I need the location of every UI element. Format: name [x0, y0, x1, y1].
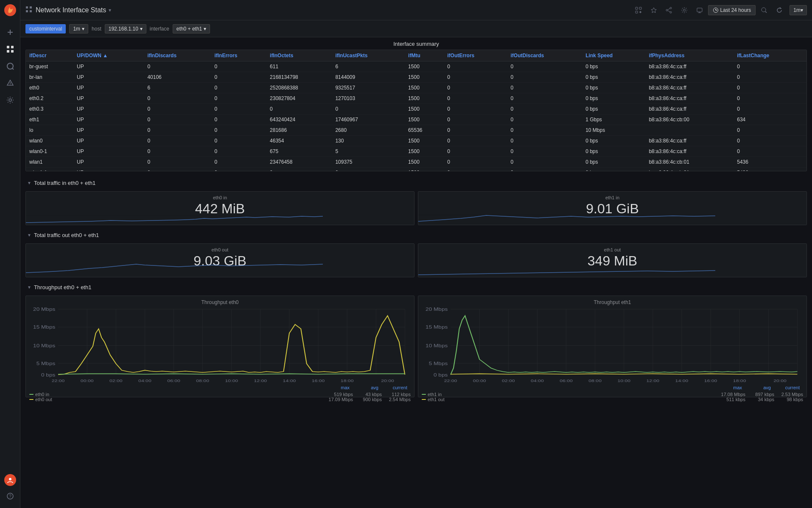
star-button[interactable]: [647, 4, 661, 16]
sidebar-item-configuration[interactable]: [3, 93, 17, 107]
table-cell: 1500: [405, 83, 444, 93]
table-cell: 0: [211, 61, 266, 72]
app-logo[interactable]: [3, 3, 17, 17]
table-cell: 0: [144, 93, 211, 104]
eth1-out-legend-row: eth1 out 511 kbps 34 kbps 98 kbps: [422, 397, 803, 402]
table-cell: 0 bps: [582, 104, 645, 114]
page-title: Network Interface Stats: [36, 6, 106, 14]
eth1-chart-panel: Throughput eth1: [418, 296, 807, 397]
table-cell: 0 bps: [582, 93, 645, 104]
svg-marker-24: [651, 8, 656, 13]
title-dropdown-icon[interactable]: ▾: [109, 7, 111, 13]
table-cell: b8:a3:86:4c:cb:01: [645, 157, 734, 167]
table-row: wlan0-1UP0067551500000 bpsb8:a3:86:4c:ca…: [26, 146, 806, 157]
table-cell: 0: [266, 167, 332, 171]
traffic-out-section[interactable]: ▼ Total traffic out eth0 + eth1: [25, 229, 807, 242]
user-avatar[interactable]: [4, 474, 16, 486]
svg-text:0 bps: 0 bps: [41, 372, 55, 377]
sidebar-item-add[interactable]: [3, 25, 17, 39]
eth0-in-title: eth0 in: [29, 195, 411, 200]
table-row: wlan1UP00234764581093751500000 bpsb8:a3:…: [26, 157, 806, 167]
table-cell: 0: [444, 136, 507, 146]
table-cell: wlan0-1: [26, 146, 73, 157]
custom-interval-tag[interactable]: custominterval: [25, 24, 66, 33]
eth1-avg-header: avg: [745, 385, 771, 390]
col-ifoutdiscards[interactable]: ifOutDiscards: [507, 50, 582, 61]
col-updown[interactable]: UP/DOWN ▲: [73, 50, 144, 61]
table-cell: 5: [332, 146, 405, 157]
table-cell: 0 bps: [582, 61, 645, 72]
throughput-section[interactable]: ▼ Throughput eth0 + eth1: [25, 281, 807, 294]
svg-point-27: [666, 9, 668, 11]
table-cell: 0 bps: [582, 136, 645, 146]
table-cell: 0: [444, 83, 507, 93]
col-ifouterrors[interactable]: ifOutErrors: [444, 50, 507, 61]
interface-select[interactable]: eth0 + eth1 ▾: [173, 24, 210, 33]
share-button[interactable]: [662, 4, 676, 16]
eth0-out-title: eth0 out: [29, 247, 411, 252]
sidebar-item-alerting[interactable]: [3, 76, 17, 90]
eth1-in-avg: 897 kbps: [749, 392, 774, 397]
sidebar-item-help[interactable]: ?: [3, 489, 17, 503]
col-ifmtu[interactable]: ifMtu: [405, 50, 444, 61]
col-ifindiscards[interactable]: ifInDiscards: [144, 50, 211, 61]
svg-text:14:00: 14:00: [283, 378, 296, 382]
eth0-out-legend-label: eth0 out: [35, 397, 52, 402]
svg-point-26: [670, 11, 672, 13]
eth0-chart-title: Throughput eth0: [29, 299, 411, 305]
col-ifphysaddress[interactable]: ifPhysAddress: [645, 50, 734, 61]
table-row: wlan1-1UP00001500000 bpsba:a3:86:4c:cb:0…: [26, 167, 806, 171]
traffic-in-section[interactable]: ▼ Total traffic in eth0 + eth1: [25, 176, 807, 190]
table-cell: 10 Mbps: [582, 125, 645, 136]
table-scroll[interactable]: ifDescr UP/DOWN ▲ ifInDiscards ifInError…: [26, 50, 806, 171]
col-ifInUcastPkts[interactable]: ifInUcastPkts: [332, 50, 405, 61]
table-cell: 1500: [405, 157, 444, 167]
eth1-in-legend-row: eth1 in 17.08 Mbps 897 kbps 2.53 Mbps: [422, 392, 803, 397]
col-ifinerrors[interactable]: ifInErrors: [211, 50, 266, 61]
table-cell: 0: [507, 72, 582, 83]
interval-select[interactable]: 1m ▾: [69, 24, 88, 33]
col-linkspeed[interactable]: Link Speed: [582, 50, 645, 61]
table-cell: 0: [144, 157, 211, 167]
table-cell: b8:a3:86:4c:ca:ff: [645, 104, 734, 114]
table-cell: 0: [444, 157, 507, 167]
refresh-interval[interactable]: 1m ▾: [790, 5, 807, 15]
col-ifinoctets[interactable]: ifInOctets: [266, 50, 332, 61]
table-cell: 2520868388: [266, 83, 332, 93]
table-cell: 17460967: [332, 114, 405, 125]
svg-rect-21: [636, 11, 638, 13]
svg-point-11: [9, 99, 11, 101]
table-cell: b8:a3:86:4c:ca:ff: [645, 136, 734, 146]
topbar-actions: Last 24 hours 1m ▾: [632, 4, 807, 16]
table-cell: 1500: [405, 146, 444, 157]
interface-label: interface: [150, 26, 169, 32]
eth1-current-header: current: [774, 385, 800, 390]
svg-text:00:00: 00:00: [81, 378, 94, 382]
table-cell: 40106: [144, 72, 211, 83]
table-cell: 9325517: [332, 83, 405, 93]
time-range-selector[interactable]: Last 24 hours: [708, 5, 756, 15]
traffic-out-label: Total traffic out eth0 + eth1: [34, 232, 99, 238]
tv-button[interactable]: [693, 4, 706, 16]
search-button[interactable]: [757, 4, 771, 16]
table-cell: 0: [444, 125, 507, 136]
col-iflastchange[interactable]: ifLastChange: [734, 50, 806, 61]
svg-text:20 Mbps: 20 Mbps: [426, 307, 448, 312]
table-cell: 6: [144, 83, 211, 93]
svg-text:18:00: 18:00: [733, 378, 746, 382]
refresh-button[interactable]: [773, 4, 786, 16]
table-cell: 0: [507, 125, 582, 136]
host-select[interactable]: 192.168.1.10 ▾: [105, 24, 146, 33]
chevron-out-icon: ▼: [27, 233, 31, 237]
settings-button[interactable]: [678, 4, 691, 16]
sidebar-item-explore[interactable]: [3, 59, 17, 73]
svg-text:10 Mbps: 10 Mbps: [426, 343, 448, 348]
svg-text:02:00: 02:00: [109, 378, 123, 382]
table-cell: 0: [507, 167, 582, 171]
table-cell: UP: [73, 157, 144, 167]
eth0-avg-header: avg: [353, 385, 378, 390]
col-ifdescr[interactable]: ifDescr: [26, 50, 73, 61]
sidebar-item-dashboards[interactable]: [3, 42, 17, 56]
add-panel-button[interactable]: [632, 4, 645, 16]
table-cell: 0: [211, 83, 266, 93]
